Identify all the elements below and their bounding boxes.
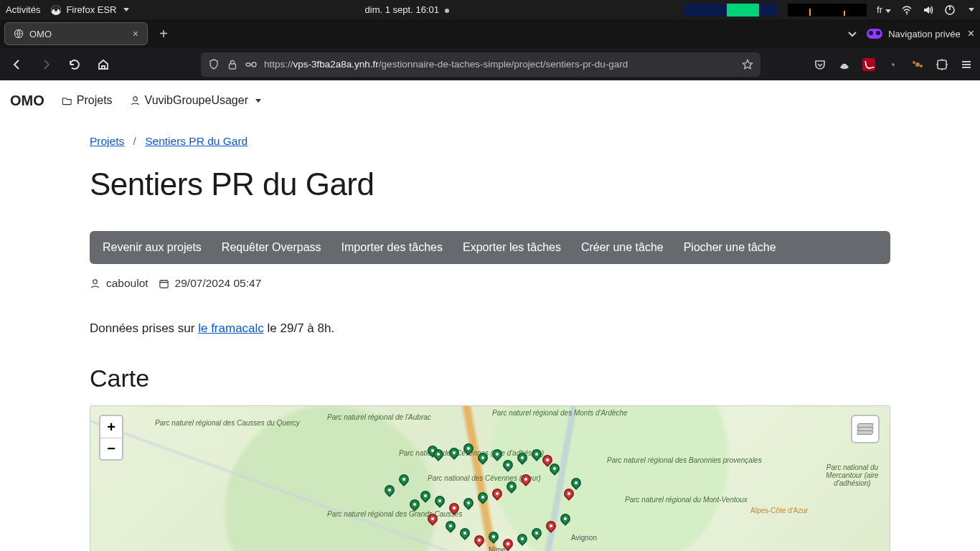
- tab-close-button[interactable]: ×: [133, 28, 138, 39]
- browser-tab[interactable]: OMO ×: [4, 22, 148, 45]
- brand-logo[interactable]: OMO: [10, 93, 44, 109]
- map-marker[interactable]: [569, 476, 583, 490]
- breadcrumb-root[interactable]: Projets: [90, 135, 124, 147]
- mask-icon: [867, 29, 882, 39]
- zoom-in-button[interactable]: +: [100, 416, 122, 438]
- map-marker[interactable]: [562, 486, 576, 501]
- reload-button[interactable]: [65, 55, 85, 75]
- svg-rect-10: [938, 60, 946, 69]
- map-marker[interactable]: [458, 526, 472, 540]
- user-icon: [130, 95, 141, 106]
- map-marker[interactable]: [472, 533, 486, 547]
- project-map[interactable]: + − Parc naturel régional des Causses du…: [90, 405, 890, 551]
- breadcrumb-current[interactable]: Sentiers PR du Gard: [145, 135, 248, 147]
- map-label: Parc naturel régional des Baronnies prov…: [607, 456, 762, 464]
- wifi-icon[interactable]: [901, 4, 913, 16]
- lock-icon[interactable]: [227, 59, 238, 70]
- map-label: Parc naturel régional des Grands Causses: [327, 510, 462, 518]
- power-icon[interactable]: [944, 4, 956, 16]
- extension3-icon[interactable]: [911, 58, 924, 71]
- calendar-icon: [159, 278, 169, 289]
- svg-point-9: [920, 65, 923, 67]
- map-marker[interactable]: [443, 519, 458, 533]
- map-marker[interactable]: [558, 512, 573, 526]
- pocket-icon[interactable]: [814, 58, 826, 71]
- svg-point-6: [252, 62, 256, 67]
- map-label: Parc naturel régional des Causses du Que…: [155, 419, 300, 427]
- app-menu[interactable]: Firefox ESR: [50, 4, 129, 16]
- map-marker[interactable]: [433, 494, 447, 508]
- project-date: 29/07/2024 05:47: [175, 277, 262, 290]
- map-marker[interactable]: [461, 441, 476, 456]
- back-button[interactable]: [7, 55, 27, 75]
- keyboard-layout-indicator[interactable]: fr: [877, 4, 891, 15]
- map-marker[interactable]: [490, 486, 504, 501]
- layers-icon: [857, 423, 873, 435]
- chevron-down-icon: [255, 99, 261, 103]
- map-label: Alpes-Côte d'Azur: [750, 507, 808, 514]
- tracking-shield-icon[interactable]: [208, 59, 220, 70]
- map-marker[interactable]: [504, 479, 519, 494]
- query-overpass-button[interactable]: Requêter Overpass: [212, 234, 331, 261]
- breadcrumb: Projets / Sentiers PR du Gard: [90, 135, 890, 148]
- project-description: Données prises sur le framacalc le 29/7 …: [90, 321, 890, 336]
- nav-projects[interactable]: Projets: [62, 94, 113, 107]
- create-task-button[interactable]: Créer une tâche: [571, 234, 674, 261]
- new-tab-button[interactable]: +: [152, 22, 175, 45]
- map-marker[interactable]: [397, 472, 411, 486]
- map-marker[interactable]: [501, 537, 515, 551]
- hamburger-menu-icon[interactable]: [960, 58, 973, 71]
- nav-user-menu[interactable]: VuvibGroupeUsager: [130, 94, 261, 107]
- map-marker[interactable]: [447, 501, 461, 515]
- private-browsing-badge: Navigation privée: [867, 29, 960, 39]
- ublock-icon[interactable]: [862, 58, 875, 71]
- map-marker[interactable]: [461, 496, 476, 510]
- extension2-icon[interactable]: [887, 58, 900, 71]
- window-close-button[interactable]: ×: [968, 27, 974, 40]
- home-button[interactable]: [93, 55, 113, 75]
- url-bar[interactable]: https://vps-3fba2a8a.ynh.fr/gestionnaire…: [201, 52, 760, 77]
- map-marker[interactable]: [447, 446, 461, 460]
- map-marker[interactable]: [486, 529, 501, 544]
- map-marker[interactable]: [418, 489, 433, 503]
- url-text: https://vps-3fba2a8a.ynh.fr/gestionnaire…: [264, 59, 735, 70]
- export-tasks-button[interactable]: Exporter les tâches: [453, 234, 571, 261]
- import-tasks-button[interactable]: Importer des tâches: [331, 234, 453, 261]
- map-marker[interactable]: [407, 497, 422, 512]
- map-marker[interactable]: [519, 472, 533, 486]
- activities-button[interactable]: Activités: [6, 4, 40, 15]
- page-viewport[interactable]: OMO Projets VuvibGroupeUsager Projets / …: [0, 80, 980, 551]
- breadcrumb-sep: /: [133, 135, 136, 147]
- forward-button: [36, 55, 56, 75]
- svg-rect-4: [230, 64, 236, 69]
- map-marker[interactable]: [425, 512, 440, 526]
- pick-task-button[interactable]: Piocher une tâche: [674, 234, 786, 261]
- app-navbar: OMO Projets VuvibGroupeUsager: [0, 80, 980, 121]
- chevron-down-icon: [123, 8, 129, 11]
- os-clock[interactable]: dim. 1 sept. 16:01: [129, 4, 684, 15]
- map-layers-button[interactable]: [851, 415, 880, 443]
- map-marker[interactable]: [501, 458, 515, 472]
- map-marker[interactable]: [382, 483, 397, 497]
- private-label: Navigation privée: [888, 29, 960, 39]
- extension-icon[interactable]: [838, 58, 851, 71]
- globe-icon: [14, 29, 24, 39]
- volume-icon[interactable]: [923, 4, 934, 16]
- map-marker[interactable]: [476, 490, 490, 504]
- map-marker[interactable]: [476, 451, 490, 465]
- zoom-out-button[interactable]: −: [100, 438, 122, 459]
- project-meta: caboulot 29/07/2024 05:47: [90, 277, 890, 290]
- map-marker[interactable]: [515, 451, 529, 465]
- permissions-icon[interactable]: [245, 59, 257, 70]
- framacalc-link[interactable]: le framacalc: [198, 321, 264, 335]
- app-menu-label: Firefox ESR: [66, 4, 116, 15]
- map-marker[interactable]: [490, 447, 504, 461]
- map-marker[interactable]: [544, 519, 558, 533]
- tabs-dropdown-button[interactable]: [847, 28, 858, 39]
- back-to-projects-button[interactable]: Revenir aux projets: [93, 234, 212, 261]
- bookmark-star-icon[interactable]: [742, 59, 753, 70]
- map-marker[interactable]: [515, 532, 529, 546]
- os-top-bar: Activités Firefox ESR dim. 1 sept. 16:01…: [0, 0, 980, 19]
- map-marker[interactable]: [529, 526, 544, 540]
- extensions-button[interactable]: [936, 58, 948, 71]
